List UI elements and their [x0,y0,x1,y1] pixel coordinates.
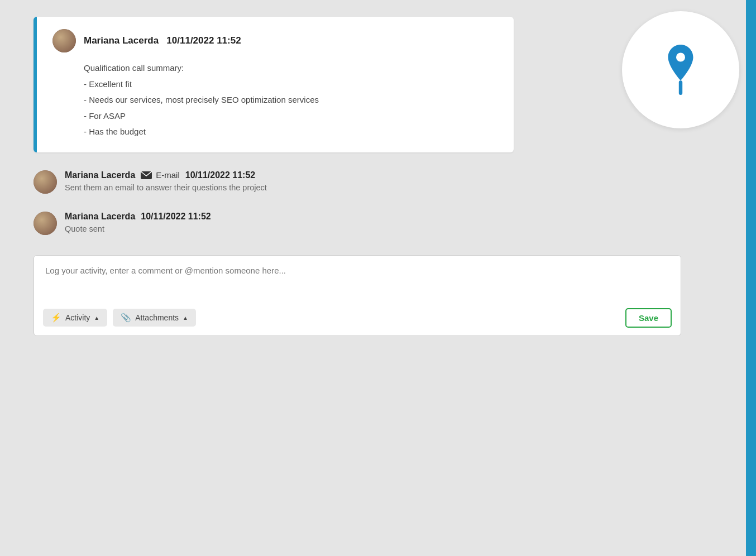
pinned-note-line-2: - Needs our services, most precisely SEO… [84,92,498,108]
pinned-note-author: Mariana Lacerda 10/11/2022 11:52 [84,35,241,46]
entry-content-quote: Mariana Lacerda 10/11/2022 11:52 Quote s… [65,212,722,233]
entry-author-quote: Mariana Lacerda [65,212,135,222]
blue-accent-bar [746,0,756,556]
svg-rect-0 [679,80,682,95]
save-button[interactable]: Save [625,308,672,328]
entry-datetime-quote: 10/11/2022 11:52 [141,212,210,222]
entry-text-quote: Quote sent [65,224,722,233]
activity-button[interactable]: ⚡ Activity ▲ [43,309,107,327]
email-icon [141,171,152,179]
comment-area: ⚡ Activity ▲ 📎 Attachments ▲ Save [34,255,681,336]
activity-entry-quote: Mariana Lacerda 10/11/2022 11:52 Quote s… [34,204,722,243]
pinned-note-body: Qualification call summary: - Excellent … [52,60,498,140]
entry-header-email: Mariana Lacerda E-mail 10/11/2022 11:52 [65,170,722,180]
entry-author-email: Mariana Lacerda [65,170,135,180]
main-container: Mariana Lacerda 10/11/2022 11:52 Qualifi… [0,0,756,556]
entry-header-quote: Mariana Lacerda 10/11/2022 11:52 [65,212,722,222]
comment-toolbar: ⚡ Activity ▲ 📎 Attachments ▲ Save [34,303,681,335]
clip-icon: 📎 [121,313,131,323]
pinned-note-line-4: - Has the budget [84,124,498,140]
attachments-chevron-icon: ▲ [183,315,188,321]
avatar [52,29,76,52]
avatar [34,170,57,194]
comment-input[interactable] [34,256,681,300]
activity-chevron-icon: ▲ [94,315,99,321]
entry-datetime-email: 10/11/2022 11:52 [185,170,255,180]
pinned-note-line-0: Qualification call summary: [84,60,498,76]
email-type-badge: E-mail [141,170,180,180]
entry-content-email: Mariana Lacerda E-mail 10/11/2022 11:52 … [65,170,722,192]
pinned-note-line-1: - Excellent fit [84,76,498,93]
pin-icon [658,45,703,95]
attachments-label: Attachments [135,313,179,322]
pinned-note-header: Mariana Lacerda 10/11/2022 11:52 [52,29,498,52]
avatar [34,212,57,235]
bolt-icon: ⚡ [51,313,61,323]
attachments-button[interactable]: 📎 Attachments ▲ [113,309,196,327]
toolbar-left: ⚡ Activity ▲ 📎 Attachments ▲ [43,309,196,327]
pinned-note-card: Mariana Lacerda 10/11/2022 11:52 Qualifi… [34,17,514,152]
activity-entry-email: Mariana Lacerda E-mail 10/11/2022 11:52 … [34,162,722,202]
activity-label: Activity [65,313,90,322]
entry-text-email: Sent them an email to answer their quest… [65,183,722,192]
pin-icon-circle [622,11,739,128]
pinned-note-line-3: - For ASAP [84,108,498,124]
